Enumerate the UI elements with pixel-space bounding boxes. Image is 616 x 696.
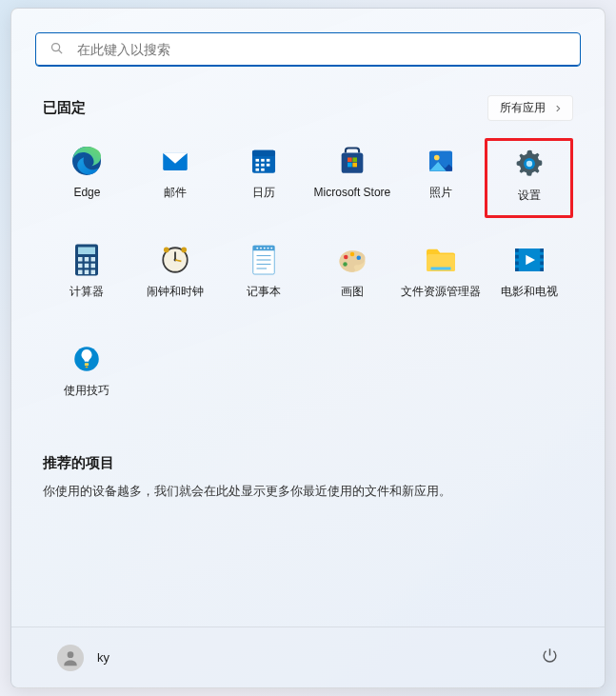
svg-rect-17: [342, 153, 364, 173]
notepad-icon: [245, 241, 283, 279]
power-icon: [541, 646, 559, 665]
svg-rect-11: [267, 159, 270, 162]
user-account-button[interactable]: ky: [57, 645, 109, 671]
svg-rect-18: [348, 157, 352, 162]
svg-rect-69: [540, 249, 544, 252]
svg-rect-34: [85, 264, 89, 268]
power-button[interactable]: [541, 646, 559, 668]
svg-rect-68: [515, 268, 519, 271]
user-name: ky: [97, 650, 109, 665]
app-tile-mail[interactable]: 邮件: [131, 138, 220, 218]
svg-point-43: [164, 248, 169, 253]
svg-rect-37: [85, 270, 89, 275]
svg-rect-62: [430, 268, 450, 270]
all-apps-label: 所有应用: [500, 100, 546, 116]
app-label: 画图: [341, 285, 364, 298]
movies-icon: [510, 241, 548, 279]
chevron-right-icon: [553, 104, 563, 113]
svg-point-57: [344, 255, 348, 260]
app-tile-calendar[interactable]: 日历: [220, 138, 308, 218]
svg-rect-38: [91, 270, 96, 275]
app-tile-movies[interactable]: 电影和电视: [485, 237, 573, 317]
svg-point-44: [182, 248, 188, 253]
svg-rect-74: [85, 363, 89, 366]
svg-point-59: [356, 256, 361, 261]
tips-icon: [68, 340, 106, 378]
photos-icon: [422, 142, 460, 180]
app-tile-paint[interactable]: 画图: [308, 237, 397, 317]
svg-point-47: [256, 248, 258, 249]
svg-rect-20: [348, 163, 352, 168]
recommended-text: 你使用的设备越多，我们就会在此处显示更多你最近使用的文件和新应用。: [43, 484, 573, 500]
svg-point-51: [270, 248, 272, 249]
app-label: 设置: [518, 189, 541, 202]
svg-rect-14: [267, 164, 270, 167]
app-label: 邮件: [164, 186, 187, 199]
app-tile-clock[interactable]: 闹钟和时钟: [131, 237, 220, 317]
svg-point-76: [68, 651, 74, 658]
svg-rect-71: [540, 262, 544, 266]
app-tile-settings[interactable]: 设置: [485, 138, 573, 218]
svg-point-48: [260, 248, 262, 249]
svg-rect-21: [352, 163, 357, 168]
svg-point-27: [526, 161, 531, 167]
app-label: 使用技巧: [64, 384, 109, 397]
svg-point-23: [434, 155, 440, 161]
app-label: 照片: [429, 186, 452, 199]
svg-rect-31: [85, 257, 89, 262]
app-label: 闹钟和时钟: [147, 285, 204, 298]
app-label: 电影和电视: [501, 285, 558, 298]
app-tile-calculator[interactable]: 计算器: [43, 237, 131, 317]
svg-rect-9: [256, 159, 260, 162]
svg-rect-70: [540, 255, 544, 259]
search-input[interactable]: [77, 42, 566, 57]
svg-rect-30: [78, 257, 83, 262]
recommended-title: 推荐的项目: [43, 454, 573, 472]
svg-point-50: [268, 248, 269, 249]
svg-rect-15: [256, 169, 260, 171]
avatar-icon: [57, 645, 84, 671]
app-label: Edge: [73, 186, 100, 199]
search-icon: [50, 41, 64, 59]
svg-rect-75: [86, 367, 89, 368]
paint-icon: [333, 241, 371, 279]
clock-icon: [156, 241, 194, 279]
svg-point-49: [264, 248, 266, 249]
app-label: 计算器: [70, 285, 104, 298]
svg-rect-65: [515, 249, 519, 252]
svg-rect-32: [91, 257, 96, 262]
search-input-wrapper[interactable]: [35, 32, 581, 67]
svg-rect-16: [261, 169, 265, 171]
calculator-icon: [68, 241, 106, 279]
store-icon: [333, 142, 371, 180]
mail-icon: [156, 142, 194, 180]
app-label: 日历: [252, 186, 275, 199]
svg-rect-66: [515, 255, 519, 259]
app-tile-tips[interactable]: 使用技巧: [43, 336, 131, 416]
svg-point-58: [350, 252, 355, 257]
svg-rect-36: [78, 270, 83, 275]
start-menu-panel: 已固定 所有应用 Edge邮件日历Microsoft Store照片设置计算器闹…: [10, 8, 606, 688]
explorer-icon: [422, 241, 460, 279]
app-label: 文件资源管理器: [401, 285, 481, 298]
svg-rect-35: [91, 264, 96, 268]
start-menu-footer: ky: [11, 626, 605, 687]
app-tile-store[interactable]: Microsoft Store: [308, 138, 397, 218]
all-apps-button[interactable]: 所有应用: [487, 95, 573, 121]
app-label: 记事本: [247, 285, 281, 298]
svg-rect-29: [78, 248, 95, 255]
svg-point-60: [343, 262, 348, 267]
settings-icon: [510, 145, 548, 183]
app-tile-edge[interactable]: Edge: [43, 138, 131, 218]
svg-rect-72: [540, 268, 544, 271]
pinned-title: 已固定: [43, 99, 86, 117]
app-label: Microsoft Store: [314, 186, 391, 199]
svg-rect-8: [252, 150, 275, 156]
app-tile-photos[interactable]: 照片: [396, 138, 485, 218]
svg-rect-12: [256, 164, 260, 167]
app-tile-explorer[interactable]: 文件资源管理器: [396, 237, 485, 317]
calendar-icon: [245, 142, 283, 180]
edge-icon: [68, 142, 106, 180]
svg-rect-67: [515, 262, 519, 266]
app-tile-notepad[interactable]: 记事本: [220, 237, 308, 317]
